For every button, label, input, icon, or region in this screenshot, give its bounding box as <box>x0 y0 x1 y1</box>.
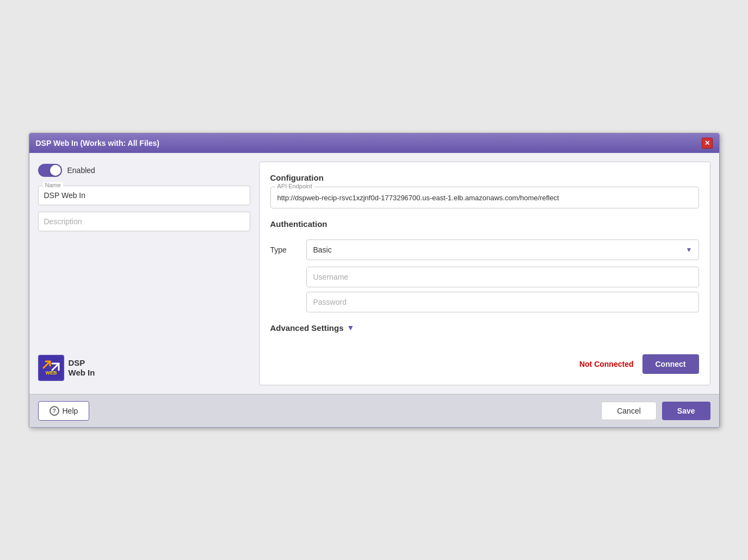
svg-rect-0 <box>38 355 64 381</box>
title-bar: DSP Web In (Works with: All Files) ✕ <box>29 133 719 153</box>
main-window: DSP Web In (Works with: All Files) ✕ Ena… <box>29 133 720 428</box>
config-title: Configuration <box>270 173 699 182</box>
config-section: Configuration API Endpoint http://dspweb… <box>270 173 699 208</box>
toggle-knob <box>50 165 61 176</box>
name-input[interactable] <box>44 191 244 200</box>
api-endpoint-value: http://dspweb-recip-rsvc1xzjnf0d-1773296… <box>277 194 559 202</box>
connection-status: Not Connected <box>579 360 634 368</box>
description-field-group <box>38 212 250 231</box>
main-content: Enabled Name WEB <box>29 153 719 394</box>
type-label: Type <box>270 245 298 254</box>
logo-dsp-label: DSP <box>69 358 95 368</box>
name-field-group: Name <box>38 186 250 205</box>
footer-right: Cancel Save <box>601 402 710 420</box>
enabled-label: Enabled <box>67 166 95 175</box>
auth-title: Authentication <box>270 219 699 229</box>
cancel-button[interactable]: Cancel <box>601 402 657 420</box>
footer: ? Help Cancel Save <box>29 394 719 427</box>
dsp-logo-icon: WEB <box>38 355 64 381</box>
type-select[interactable]: Basic None Bearer Token API Key <box>306 239 699 260</box>
enabled-toggle[interactable] <box>38 164 62 177</box>
right-panel: Configuration API Endpoint http://dspweb… <box>259 162 710 385</box>
advanced-settings-chevron-icon: ▼ <box>347 323 355 332</box>
api-endpoint-label: API Endpoint <box>275 183 314 189</box>
logo-text: DSP Web In <box>69 358 95 378</box>
type-row: Type Basic None Bearer Token API Key ▼ <box>270 239 699 260</box>
svg-text:WEB: WEB <box>45 370 57 376</box>
enabled-row: Enabled <box>38 162 250 179</box>
help-label: Help <box>63 407 78 415</box>
window-title: DSP Web In (Works with: All Files) <box>36 139 159 147</box>
auth-section: Authentication Type Basic None Bearer To… <box>270 219 699 312</box>
help-icon: ? <box>50 406 59 416</box>
description-input[interactable] <box>44 217 244 226</box>
help-button[interactable]: ? Help <box>38 401 90 421</box>
advanced-settings-label: Advanced Settings <box>270 323 344 333</box>
left-panel: Enabled Name WEB <box>38 162 250 385</box>
logo-area: WEB DSP Web In <box>38 350 250 385</box>
name-label: Name <box>43 182 63 188</box>
advanced-settings-row[interactable]: Advanced Settings ▼ <box>270 323 699 333</box>
password-input[interactable] <box>306 292 699 312</box>
credentials-section <box>306 267 699 312</box>
api-endpoint-group: API Endpoint http://dspweb-recip-rsvc1xz… <box>270 187 699 208</box>
type-select-wrapper: Basic None Bearer Token API Key ▼ <box>306 239 699 260</box>
connect-button[interactable]: Connect <box>642 354 699 374</box>
connection-row: Not Connected Connect <box>270 354 699 374</box>
save-button[interactable]: Save <box>662 402 710 420</box>
close-button[interactable]: ✕ <box>702 138 713 149</box>
logo-web-in-label: Web In <box>69 368 95 378</box>
username-input[interactable] <box>306 267 699 287</box>
